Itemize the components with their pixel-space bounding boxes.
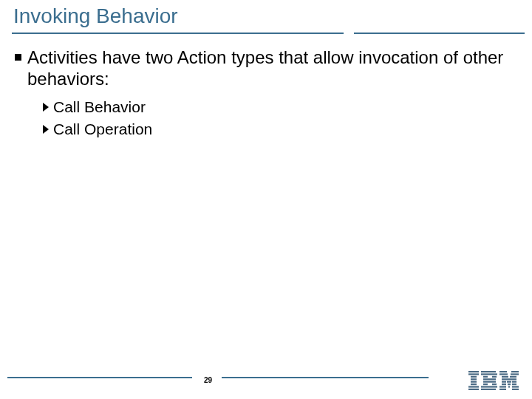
ibm-logo-icon [468, 371, 519, 390]
title-underline-gap [344, 32, 354, 35]
title-underline [12, 33, 525, 34]
square-bullet-icon [15, 54, 21, 61]
svg-rect-20 [499, 373, 508, 375]
svg-rect-21 [511, 373, 519, 375]
svg-rect-32 [508, 386, 510, 387]
footer-divider-right [222, 377, 429, 378]
svg-rect-25 [502, 381, 506, 383]
svg-rect-6 [468, 386, 479, 387]
svg-rect-0 [468, 371, 479, 372]
svg-rect-7 [468, 389, 479, 390]
svg-rect-16 [481, 386, 497, 387]
svg-rect-31 [499, 386, 506, 387]
sub-item-text: Call Behavior [53, 98, 146, 117]
page-number: 29 [204, 376, 212, 384]
svg-rect-12 [483, 378, 496, 380]
bullet-item: Activities have two Action types that al… [15, 47, 514, 90]
svg-rect-30 [512, 383, 516, 385]
slide: Invoking Behavior Activities have two Ac… [0, 0, 532, 399]
footer-divider-left [7, 377, 192, 378]
svg-rect-5 [471, 383, 477, 385]
svg-rect-9 [481, 373, 497, 375]
bullet-text: Activities have two Action types that al… [27, 47, 514, 90]
list-item: Call Operation [43, 120, 514, 139]
svg-rect-28 [502, 383, 506, 385]
svg-rect-35 [512, 389, 519, 390]
svg-rect-33 [512, 386, 519, 387]
svg-rect-1 [468, 373, 479, 375]
svg-rect-15 [492, 383, 497, 385]
svg-rect-24 [502, 378, 516, 380]
svg-rect-29 [508, 383, 511, 385]
svg-rect-19 [511, 371, 519, 372]
slide-body: Activities have two Action types that al… [15, 47, 514, 142]
slide-title: Invoking Behavior [13, 4, 178, 28]
svg-rect-13 [483, 381, 496, 383]
svg-rect-18 [499, 371, 507, 372]
svg-rect-10 [483, 376, 488, 378]
list-item: Call Behavior [43, 98, 514, 117]
svg-rect-14 [483, 383, 488, 385]
svg-rect-8 [481, 371, 496, 372]
sub-list: Call Behavior Call Operation [43, 98, 514, 140]
svg-rect-34 [499, 389, 506, 390]
sub-item-text: Call Operation [53, 120, 152, 139]
svg-rect-11 [492, 376, 497, 378]
ibm-logo [468, 371, 519, 390]
arrow-bullet-icon [43, 125, 49, 134]
svg-rect-17 [481, 389, 496, 390]
svg-rect-22 [502, 376, 508, 378]
svg-rect-26 [507, 381, 511, 383]
svg-rect-4 [471, 381, 477, 383]
svg-rect-23 [510, 376, 516, 378]
svg-rect-2 [471, 376, 477, 378]
arrow-bullet-icon [43, 103, 49, 112]
svg-rect-27 [512, 381, 516, 383]
svg-rect-3 [471, 378, 477, 380]
